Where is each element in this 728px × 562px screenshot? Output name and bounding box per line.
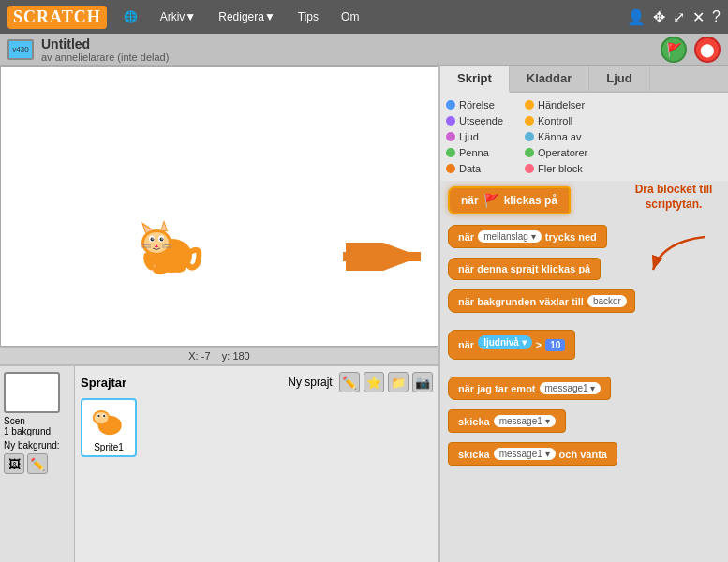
menu-tips[interactable]: Tips <box>292 7 324 27</box>
when-sprite-text: när denna sprajt klickas på <box>458 263 590 274</box>
resize-icon[interactable]: ⤢ <box>673 8 685 26</box>
cat-handelser-label: Händelser <box>538 99 585 111</box>
cat-sprite[interactable] <box>132 216 207 282</box>
backdrop-value[interactable]: backdr <box>587 295 627 307</box>
when-volume-op: > <box>536 339 542 350</box>
when-flag-block[interactable]: när 🚩 klickas på <box>448 186 571 214</box>
stage-coordinates: X: -7 y: 180 <box>0 347 438 364</box>
cat-rorelse[interactable]: Rörelse <box>444 98 519 111</box>
cat-data[interactable]: Data <box>444 162 519 175</box>
new-sprite-controls: Ny sprajt: ✏️ ⭐ 📁 📷 <box>288 372 433 392</box>
when-volume-block[interactable]: när ljudnivå ▾ > 10 <box>448 330 575 360</box>
cat-kontroll[interactable]: Kontroll <box>523 114 598 127</box>
drag-arrow-svg <box>644 232 719 288</box>
new-sprite-label: Ny sprajt: <box>288 376 335 389</box>
new-backdrop-label: Ny bakgrund: <box>4 440 70 451</box>
cat-operatorer[interactable]: Operatorer <box>523 146 598 159</box>
green-flag-button[interactable]: 🚩 <box>661 37 687 63</box>
x-label: X: <box>188 350 198 362</box>
when-backdrop-block-container: när bakgrunden växlar till backdr <box>448 289 721 318</box>
cat-rorelse-label: Rörelse <box>459 99 495 111</box>
fler-block-dot <box>525 164 534 173</box>
cat-utseende-label: Utseende <box>459 115 503 126</box>
when-sprite-block[interactable]: när denna sprajt klickas på <box>448 258 601 280</box>
backdrop-paint-icon[interactable]: 🖼 <box>4 453 24 474</box>
new-sprite-camera-icon[interactable]: 📷 <box>412 372 433 392</box>
svg-point-11 <box>152 238 154 240</box>
cat-ljud[interactable]: Ljud <box>444 130 519 143</box>
close-icon[interactable]: ✕ <box>692 8 705 26</box>
new-sprite-paint-icon[interactable]: ✏️ <box>339 372 360 392</box>
stage[interactable] <box>0 66 438 347</box>
when-key-block[interactable]: när mellanslag ▾ trycks ned <box>448 225 607 248</box>
broadcast-wait-value[interactable]: message1 ▾ <box>494 448 556 460</box>
broadcast-block-container: skicka message1 ▾ <box>448 409 721 437</box>
kontroll-dot <box>525 116 534 126</box>
volume-value1[interactable]: ljudnivå ▾ <box>478 335 532 349</box>
sprite-item[interactable]: Sprite1 <box>81 398 137 457</box>
main-area: X: -7 y: 180 Scen 1 bakgrund Ny bakgrund… <box>0 66 728 562</box>
person-icon[interactable]: 👤 <box>627 8 646 26</box>
menu-om[interactable]: Om <box>335 7 364 27</box>
categories-col2: Händelser Kontroll Känna av Operatorer F… <box>523 98 598 175</box>
cat-kanna-av[interactable]: Känna av <box>523 130 598 143</box>
stop-button[interactable]: ⬤ <box>694 37 721 63</box>
categories-col1: Rörelse Utseende Ljud Penna Data <box>444 98 519 175</box>
menu-redigera[interactable]: Redigera▼ <box>213 7 281 27</box>
when-backdrop-block[interactable]: när bakgrunden växlar till backdr <box>448 289 635 313</box>
cat-fler-block-label: Fler block <box>538 163 583 174</box>
cat-kontroll-label: Kontroll <box>538 115 572 126</box>
tabs: Skript Kladdar Ljud <box>440 66 728 93</box>
receive-value[interactable]: message1 ▾ <box>540 382 602 394</box>
tab-kladdar[interactable]: Kladdar <box>510 66 589 91</box>
broadcast-text: skicka <box>458 416 490 427</box>
cat-operatorer-label: Operatorer <box>538 147 587 158</box>
scratch-logo[interactable]: SCRATCH <box>7 6 107 29</box>
cat-utseende[interactable]: Utseende <box>444 114 519 127</box>
bottom-panel: Scen 1 bakgrund Ny bakgrund: 🖼 ✏️ Sprajt… <box>0 364 438 562</box>
key-value[interactable]: mellanslag ▾ <box>478 230 542 243</box>
scene-panel: Scen 1 bakgrund Ny bakgrund: 🖼 ✏️ <box>0 364 75 562</box>
broadcast-value[interactable]: message1 ▾ <box>494 415 556 427</box>
cat-data-label: Data <box>459 163 481 174</box>
sprites-header: Sprajtar Ny sprajt: ✏️ ⭐ 📁 📷 <box>81 372 433 392</box>
when-receive-block[interactable]: när jag tar emot message1 ▾ <box>448 377 611 400</box>
sprite-thumbnail <box>85 403 132 440</box>
new-backdrop-controls: 🖼 ✏️ <box>4 453 70 474</box>
broadcast-wait-text1: skicka <box>458 449 490 460</box>
orange-arrow-svg <box>338 243 432 271</box>
arrow-annotation <box>338 243 432 271</box>
menu-globe[interactable]: 🌐 <box>118 7 143 27</box>
operatorer-dot <box>525 148 534 157</box>
broadcast-wait-block[interactable]: skicka message1 ▾ och vänta <box>448 442 617 466</box>
scene-label: Scen <box>4 416 70 426</box>
svg-point-28 <box>97 415 99 417</box>
when-backdrop-text: när bakgrunden växlar till <box>458 296 584 307</box>
new-sprite-random-icon[interactable]: ⭐ <box>364 372 384 392</box>
project-info: Untitled av annelielarare (inte delad) <box>41 37 653 63</box>
sprites-panel: Sprajtar Ny sprajt: ✏️ ⭐ 📁 📷 <box>75 364 438 562</box>
spacer1 <box>448 322 721 330</box>
project-title[interactable]: Untitled <box>41 37 653 52</box>
tab-ljud[interactable]: Ljud <box>589 66 649 91</box>
when-flag-text2: klickas på <box>504 194 557 207</box>
when-receive-block-container: när jag tar emot message1 ▾ <box>448 377 721 405</box>
tab-skript[interactable]: Skript <box>440 66 510 93</box>
stage-area: X: -7 y: 180 Scen 1 bakgrund Ny bakgrund… <box>0 66 438 562</box>
svg-point-29 <box>103 415 105 417</box>
help-icon[interactable]: ? <box>712 8 721 25</box>
ljud-dot <box>446 132 455 141</box>
cat-handelser[interactable]: Händelser <box>523 98 598 111</box>
broadcast-block[interactable]: skicka message1 ▾ <box>448 409 566 433</box>
new-sprite-upload-icon[interactable]: 📁 <box>388 372 409 392</box>
menu-arkiv[interactable]: Arkiv▼ <box>155 7 202 27</box>
move-icon[interactable]: ✥ <box>653 8 665 26</box>
cat-fler-block[interactable]: Fler block <box>523 162 598 175</box>
scene-thumbnail[interactable] <box>4 372 60 413</box>
cat-penna[interactable]: Penna <box>444 146 519 159</box>
sprites-list: Sprite1 <box>81 398 433 457</box>
project-thumbnail: v430 <box>7 39 34 60</box>
second-bar: v430 Untitled av annelielarare (inte del… <box>0 34 728 66</box>
backdrop-edit-icon[interactable]: ✏️ <box>27 453 48 474</box>
volume-value2[interactable]: 10 <box>545 339 565 351</box>
